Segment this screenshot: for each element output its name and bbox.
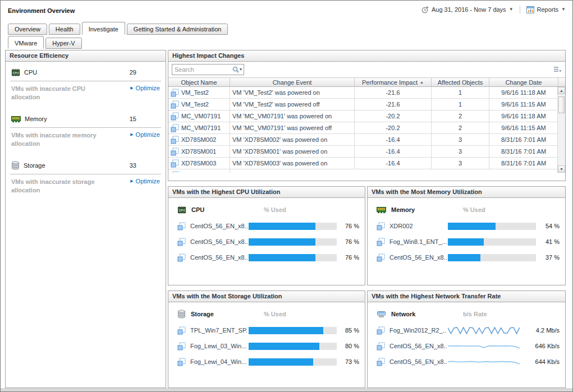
object-name-cell: MC_VM07191 [168,110,230,122]
tab-investigate[interactable]: Investigate [82,22,125,35]
value-header: % Used [264,311,286,317]
reports-caret-icon[interactable]: ▼ [561,7,566,12]
tab-health[interactable]: Health [49,24,80,35]
column-header-performance-impact[interactable]: Performance Impact▲ [355,78,432,86]
reports-icon [526,6,534,13]
vm-name: Fog_Lewi_04_Win... [190,358,247,365]
usage-value: 76 % [345,254,359,261]
svg-text:CPU: CPU [179,209,185,212]
search-options-caret-icon[interactable]: ▾ [240,67,242,72]
optimize-link[interactable]: ▶Optimize [130,178,160,185]
table-row[interactable]: XD78SM002VM 'XD78SM002' was powered on-1… [168,134,558,146]
storage-utilization-panel: VMs with the Most Storage Utilization St… [168,290,365,388]
performance-impact-cell: -21.6 [355,99,432,110]
column-header-object-name[interactable]: Object Name [168,78,230,86]
utilization-row: TPL_Win7_ENT_SP...85 % [168,322,365,338]
column-header-affected-objects[interactable]: Affected Objects [432,78,489,86]
table-row[interactable]: MC_VM07191VM 'MC_VM07191' was powered of… [168,122,558,134]
metric-note: VMs with inaccurate storage allocation [11,178,97,195]
object-name-cell: XD78SM001 [168,146,230,157]
vm-icon [171,147,179,156]
utilization-row: CentOS_56_EN_x8...76 % [168,234,365,250]
affected-objects-cell: 3 [432,146,489,157]
search-input[interactable] [175,66,232,73]
utilization-rows: CentOS_56_EN_x8...76 %CentOS_56_EN_x8...… [168,218,365,265]
vm-name: TPL_Win7_ENT_SP... [190,327,247,334]
scrollbar-thumb[interactable] [558,96,565,113]
utilization-row: Fog_Win8.1_ENT_...41 % [368,234,565,250]
vm-icon [377,253,385,262]
metric-note: VMs with inaccurate memory allocation [11,131,97,148]
change-date-cell: 8/31/16 7:01 AM [489,134,558,145]
table-row[interactable]: VM_Test2VM 'VM_Test2' was powered off-21… [168,99,558,110]
affected-objects-cell: 2 [432,110,489,122]
scrollbar-up-icon[interactable]: ▲ [558,87,565,94]
resource-metric-row: Memory15 [6,110,166,127]
resource-efficiency-body: CPUCPU29VMs with inaccurate CPU allocati… [6,62,166,204]
scrollbar[interactable]: ▲ ▼ [557,87,565,173]
table-row-partial [168,169,558,173]
reports-button[interactable]: Reports [537,6,559,13]
change-date-cell: 9/6/16 11:15 AM [489,99,558,110]
utilization-row: Fog_Win2012_R2_...4.2 Mb/s [368,322,565,338]
usage-bar-fill [249,327,323,334]
subtab-hyper-v[interactable]: Hyper-V [45,38,81,49]
network-transfer-panel: VMs with the Highest Network Transfer Ra… [367,290,566,388]
panel-title: VMs with the Highest Network Transfer Ra… [368,291,565,302]
utilization-row: CentOS_56_EN_x8...646 Kb/s [368,338,565,354]
vm-name: CentOS_56_EN_x8... [389,358,447,365]
value-header: % Used [264,206,286,213]
table-customizer-icon[interactable] [553,66,562,73]
sub-tab-bar: VMwareHyper-V [8,36,82,49]
vm-icon [177,342,186,351]
value-header: b/s Rate [463,311,487,317]
page-title: Environment Overview [8,7,75,14]
metric-name: CPU [24,69,37,76]
vm-name: XDR002 [389,223,447,229]
optimize-link[interactable]: ▶Optimize [130,131,160,138]
time-range-label[interactable]: Aug 31, 2016 - Now 7 days [432,6,506,13]
storage-icon [177,310,186,319]
vm-icon [171,100,179,109]
usage-value: 41 % [546,238,560,245]
vm-icon [377,222,385,230]
usage-bar [448,254,536,261]
usage-bar-fill [249,254,315,261]
change-event-cell: VM 'MC_VM07191' was powered on [230,110,355,122]
column-header-change-event[interactable]: Change Event [230,78,355,86]
table-row[interactable]: MC_VM07191VM 'MC_VM07191' was powered on… [168,110,558,122]
search-box[interactable]: ▾ [172,64,244,75]
optimize-link[interactable]: ▶Optimize [130,85,160,91]
vm-icon [377,342,385,351]
divider [520,6,520,13]
vm-name: Fog_Lewi_03_Win... [190,343,247,349]
table-row[interactable]: VM_Test2VM 'VM_Test2' was powered on-21.… [168,87,558,99]
tab-getting-started-administration[interactable]: Getting Started & Administration [127,24,228,35]
usage-bar-fill [249,238,315,246]
vm-name: Fog_Win2012_R2_... [389,327,447,334]
metric-value: 29 [130,69,136,76]
search-icon[interactable] [232,66,240,73]
table-row[interactable]: XD78SM003VM 'XD78SM003' was powered on-1… [168,158,558,169]
time-range-caret-icon[interactable]: ▼ [509,7,514,12]
usage-value: 73 % [345,358,359,365]
change-date-cell: 9/6/16 11:15 AM [489,122,558,133]
scrollbar-down-icon[interactable]: ▼ [558,165,565,173]
table-toolbar: ▾ [168,62,565,77]
table-row[interactable]: XD78SM001VM 'XD78SM001' was powered on-1… [168,146,558,158]
performance-impact-cell: -16.4 [355,146,432,157]
tab-overview[interactable]: Overview [8,24,47,35]
performance-impact-cell: -16.4 [355,134,432,145]
vm-icon [377,358,385,366]
utilization-row: Fog_Lewi_04_Win...73 % [168,354,365,370]
subtab-vmware[interactable]: VMware [8,36,44,49]
usage-bar [249,327,337,334]
highest-impact-changes-panel: Highest Impact Changes ▾ Object NameChan… [168,50,566,181]
panel-title: Highest Impact Changes [168,50,565,62]
column-header-change-date[interactable]: Change Date [489,78,558,86]
main-tab-bar: OverviewHealthInvestigateGetting Started… [8,22,228,35]
usage-value: 54 % [546,223,560,229]
change-date-cell: 8/31/16 7:01 AM [489,146,558,157]
optimize-label: Optimize [136,85,160,91]
metric-name: Storage [24,162,45,169]
